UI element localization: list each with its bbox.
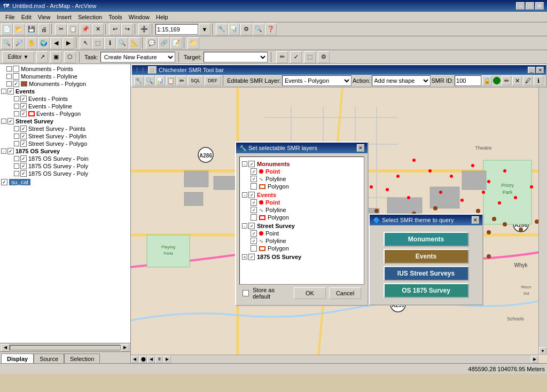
close-button[interactable]: ✕: [535, 2, 544, 10]
edit-tool-btn[interactable]: ↗: [36, 51, 48, 63]
smr-btn4[interactable]: 📋: [166, 76, 176, 85]
save-btn[interactable]: 💾: [26, 23, 37, 35]
menu-edit[interactable]: Edit: [18, 13, 35, 21]
nav-btn1[interactable]: ⬤: [139, 356, 147, 363]
print-btn[interactable]: 🖨: [38, 23, 50, 35]
minimize-button[interactable]: ─: [516, 2, 525, 10]
smr-move-handle[interactable]: ⋮⋮: [134, 67, 146, 74]
menu-help[interactable]: Help: [153, 13, 171, 21]
tools-btn5[interactable]: ❓: [265, 23, 277, 35]
check-monuments-points[interactable]: [13, 66, 19, 72]
vscroll-down-btn[interactable]: ▼: [539, 347, 546, 355]
scroll-right-btn[interactable]: ▶: [121, 344, 129, 351]
action-select[interactable]: Add new shape: [372, 75, 431, 86]
expand-street-survey[interactable]: -: [1, 119, 6, 124]
expand-monuments-points[interactable]: [6, 66, 12, 72]
events-polyline-check[interactable]: [251, 207, 257, 213]
edit-reshape-btn[interactable]: ⬡: [64, 51, 76, 63]
events-point-check[interactable]: [251, 199, 257, 206]
check-monuments-polygon[interactable]: [13, 81, 19, 87]
expand-events[interactable]: -: [1, 89, 6, 94]
expand-1875-polyline[interactable]: [14, 163, 19, 169]
expand-1875[interactable]: -: [1, 148, 6, 154]
set-selectable-close[interactable]: ✕: [357, 144, 364, 152]
expand-street-polyline[interactable]: [14, 134, 19, 139]
menu-file[interactable]: File: [2, 13, 18, 21]
check-street-points[interactable]: [20, 126, 27, 132]
copy-btn[interactable]: 📋: [67, 23, 79, 35]
smr-btn3[interactable]: 📊: [155, 76, 165, 85]
tools-btn2[interactable]: 📊: [228, 23, 240, 35]
tab-source[interactable]: Source: [34, 354, 64, 363]
monuments-theme-btn[interactable]: Monuments: [384, 232, 469, 247]
cut-btn[interactable]: ✂: [55, 23, 67, 35]
open-btn[interactable]: 📂: [13, 23, 25, 35]
edit-vertex-btn[interactable]: ▣: [50, 51, 62, 63]
smr-edit-btn[interactable]: ✏: [502, 76, 511, 85]
events-check[interactable]: [248, 192, 255, 198]
expand-events-polygon[interactable]: [14, 111, 19, 116]
events-theme-btn[interactable]: Events: [384, 249, 469, 264]
map-hscrollbar[interactable]: ◀ ⬤ ◀ ⏸ ▶ ▶: [131, 355, 538, 363]
select2-btn[interactable]: ⬚: [92, 37, 104, 49]
events-expand[interactable]: -: [242, 192, 247, 198]
scroll-left-btn[interactable]: ◀: [1, 344, 10, 351]
select-btn[interactable]: ↖: [80, 37, 91, 49]
street-expand[interactable]: -: [242, 223, 247, 229]
nav-btn2[interactable]: ◀: [147, 356, 155, 363]
zoom-in-btn[interactable]: 🔍: [1, 37, 13, 49]
full-extent-btn[interactable]: 🌍: [38, 37, 50, 49]
map-area[interactable]: A286 A286 Priory Park Playing Fiel: [131, 64, 547, 363]
os-expand[interactable]: +: [242, 254, 247, 260]
tools-btn3[interactable]: ⚙: [240, 23, 252, 35]
check-events[interactable]: [7, 88, 14, 95]
expand-events-polyline[interactable]: [14, 104, 19, 109]
title-bar-controls[interactable]: ─ □ ✕: [516, 2, 544, 10]
smr-pen-btn[interactable]: 🖊: [523, 76, 533, 85]
delete-btn[interactable]: ✕: [92, 23, 104, 35]
expand-1875-polygon[interactable]: [14, 171, 19, 176]
smr-btn1[interactable]: 🔧: [134, 76, 144, 85]
smr-info-btn[interactable]: ℹ: [534, 76, 543, 85]
os-check[interactable]: [248, 254, 255, 260]
hscroll-right-btn[interactable]: ▶: [531, 356, 538, 363]
editor-dropdown-btn[interactable]: Editor ▼: [2, 51, 34, 63]
cancel-button[interactable]: Cancel: [329, 287, 361, 299]
smr-restore-btn[interactable]: ⬚: [148, 66, 157, 74]
tools-btn4[interactable]: 🔍: [253, 23, 264, 35]
arc-catalog-btn[interactable]: 📁: [187, 37, 199, 49]
os-theme-btn[interactable]: OS 1875 Survey: [384, 283, 469, 298]
find-btn[interactable]: 🔍: [116, 37, 128, 49]
smr-lock-btn[interactable]: 🔒: [482, 76, 492, 85]
check-street-polyline[interactable]: [20, 133, 27, 139]
check-events-polyline[interactable]: [20, 103, 27, 109]
check-1875[interactable]: [7, 148, 14, 154]
tab-selection[interactable]: Selection: [64, 354, 100, 363]
expand-events-points[interactable]: [14, 96, 19, 101]
ok-button[interactable]: OK: [294, 287, 326, 299]
expand-1875-points[interactable]: [14, 156, 19, 161]
delete-sketch-btn[interactable]: ⬚: [304, 51, 316, 63]
new-btn[interactable]: 📄: [1, 23, 13, 35]
smr-del-btn[interactable]: ✕: [512, 76, 522, 85]
check-street-polygon[interactable]: [20, 140, 27, 147]
nav-btn4[interactable]: ▶: [163, 356, 171, 363]
menu-window[interactable]: Window: [126, 13, 153, 21]
map-tips-btn[interactable]: 💬: [146, 37, 158, 49]
maximize-button[interactable]: □: [526, 2, 534, 10]
map-vscrollbar[interactable]: ▲ ▼: [538, 64, 547, 355]
scale-dropdown[interactable]: ▼: [199, 23, 210, 35]
editable-layer-select[interactable]: Events - Polygon: [282, 75, 351, 86]
task-select[interactable]: Create New Feature: [100, 52, 175, 62]
monuments-expand[interactable]: -: [242, 161, 247, 167]
identify-btn[interactable]: ℹ: [104, 37, 116, 49]
tab-display[interactable]: Display: [1, 354, 34, 363]
menu-selection[interactable]: Selection: [75, 13, 105, 21]
finish-sketch-btn[interactable]: ✓: [290, 51, 302, 63]
sketch-tool-btn[interactable]: ✏: [276, 51, 288, 63]
sketch-props-btn[interactable]: ⚙: [318, 51, 330, 63]
menu-insert[interactable]: Insert: [53, 13, 75, 21]
store-default-check[interactable]: [243, 290, 249, 296]
layer-tree-scroll[interactable]: - Monuments Point ∿: [239, 156, 364, 285]
expand-street-polygon[interactable]: [14, 141, 19, 146]
